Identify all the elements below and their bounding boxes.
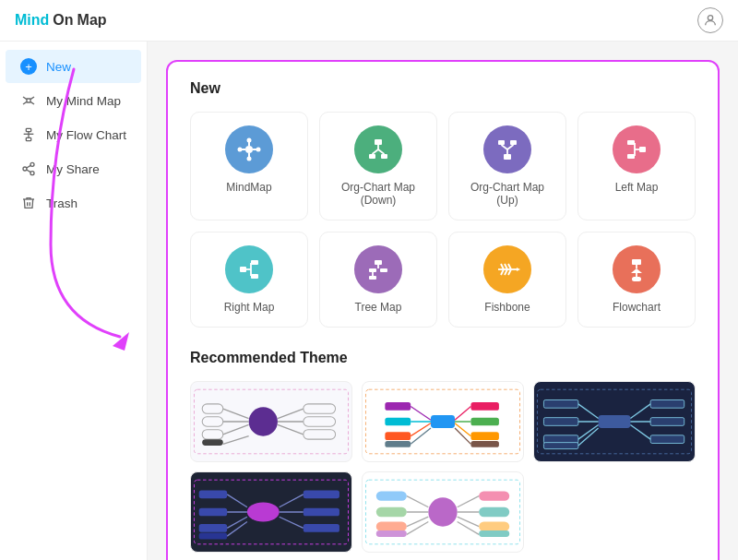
svg-marker-62 [517,268,520,271]
theme-card-1[interactable] [190,381,352,462]
template-mindmap[interactable]: MindMap [190,112,308,220]
svg-point-0 [708,16,712,20]
svg-rect-131 [199,524,227,532]
rightmap-icon-circle [225,245,273,293]
sidebar: + New My Mind Map My Flow Chart [0,42,148,560]
svg-rect-26 [369,154,375,159]
sidebar-item-my-mind-map[interactable]: My Mind Map [6,84,141,117]
svg-rect-49 [375,260,382,265]
svg-line-86 [455,406,470,420]
svg-point-22 [247,157,252,161]
svg-line-124 [280,517,304,528]
svg-rect-83 [202,439,223,446]
rightmap-label: Right Map [224,301,275,314]
svg-line-100 [455,428,470,444]
svg-rect-77 [202,404,223,413]
orgdown-icon-circle [354,125,402,173]
template-treemap[interactable]: Tree Map [319,232,437,328]
svg-rect-67 [632,277,641,281]
svg-line-74 [278,424,304,434]
main-content: New [148,42,738,560]
leftmap-icon-circle [613,125,661,173]
svg-rect-117 [543,443,577,449]
template-flowchart[interactable]: Flowchart [577,232,696,328]
svg-rect-123 [304,508,339,517]
sidebar-item-my-flow-chart[interactable]: My Flow Chart [6,118,141,151]
svg-line-5 [30,101,34,104]
svg-marker-65 [631,268,642,273]
svg-line-80 [223,424,249,434]
svg-rect-95 [385,418,411,426]
svg-line-150 [458,521,479,534]
svg-rect-111 [543,400,577,409]
svg-line-13 [27,170,31,173]
svg-point-16 [245,146,253,153]
svg-line-130 [227,517,247,528]
svg-rect-33 [510,140,517,145]
theme-card-2[interactable] [362,381,524,462]
svg-point-69 [249,407,278,435]
user-avatar-button[interactable] [697,7,723,33]
svg-rect-85 [431,415,455,428]
sidebar-item-trash[interactable]: Trash [6,186,141,220]
svg-rect-149 [376,530,407,537]
svg-rect-143 [376,491,407,500]
svg-rect-32 [498,140,505,145]
svg-line-120 [280,494,304,507]
svg-rect-43 [240,267,246,272]
mindmap-label: MindMap [226,181,271,194]
svg-rect-121 [304,491,339,499]
flowchart-label: Flowchart [613,301,661,314]
sidebar-item-my-share[interactable]: My Share [6,152,141,185]
mind-map-icon [20,92,37,109]
mindmap-icon-circle [225,125,273,173]
svg-rect-54 [369,276,376,280]
svg-rect-101 [470,441,498,447]
sidebar-item-share-label: My Share [46,162,100,176]
theme-grid [190,381,696,553]
svg-rect-1 [27,99,30,102]
svg-rect-42 [627,154,635,159]
template-leftmap[interactable]: Left Map [577,112,696,220]
sidebar-item-mind-map-label: My Mind Map [46,94,121,108]
svg-rect-81 [202,430,223,439]
fishbone-icon-circle [483,245,531,293]
svg-rect-63 [632,259,641,265]
svg-line-146 [407,517,428,526]
section-recommended-title: Recommended Theme [190,350,696,366]
template-rightmap[interactable]: Right Map [190,232,308,328]
svg-line-142 [407,496,428,507]
svg-rect-133 [199,533,227,540]
svg-line-110 [578,404,599,419]
svg-rect-75 [304,430,336,439]
svg-line-76 [223,409,249,418]
svg-rect-127 [199,491,227,499]
svg-line-96 [411,423,431,436]
svg-line-4 [30,97,34,100]
sidebar-item-new-label: New [46,60,71,74]
template-fishbone[interactable]: Fishbone [448,232,566,328]
sidebar-item-new[interactable]: + New [6,50,141,83]
logo-on: On [53,12,73,29]
theme-card-3[interactable] [533,381,696,462]
theme-card-4[interactable] [190,471,352,553]
svg-rect-25 [375,139,382,145]
svg-line-35 [502,145,508,149]
svg-rect-93 [385,402,411,411]
template-orgdown[interactable]: Org-Chart Map (Down) [319,112,437,220]
svg-line-104 [630,404,650,419]
trash-icon [20,195,37,211]
svg-marker-15 [113,332,129,351]
flowchart-icon-circle [613,245,661,293]
svg-rect-141 [479,521,509,530]
svg-rect-151 [479,530,509,537]
section-new-title: New [190,80,696,97]
svg-rect-73 [304,417,336,426]
svg-line-30 [378,149,385,154]
template-orgup[interactable]: Org-Chart Map (Up) [448,112,566,220]
svg-rect-145 [376,507,407,517]
template-grid: MindMap Org-Chart Map (D [190,112,696,328]
theme-card-5[interactable] [362,471,524,553]
svg-rect-105 [650,400,684,409]
leftmap-label: Left Map [615,181,659,194]
